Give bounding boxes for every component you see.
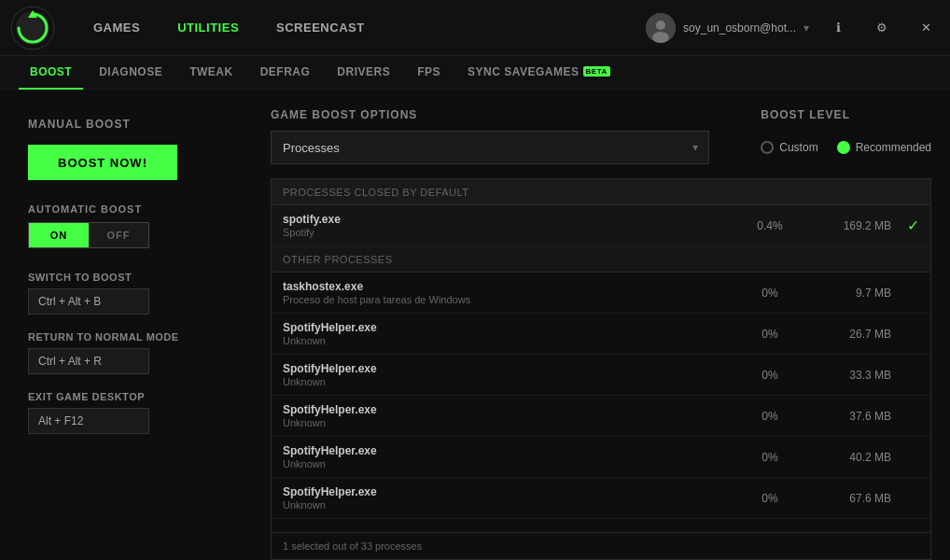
table-row[interactable]: SpotifyHelper.exe Unknown 0% 26.7 MB (272, 314, 930, 355)
process-name: SpotifyHelper.exe (283, 362, 733, 375)
process-name: SpotifyHelper.exe (283, 485, 733, 498)
table-row[interactable]: SpotifyHelper.exe Unknown 0% 67.6 MB (272, 478, 930, 519)
tab-sync-savegames[interactable]: SYNC SAVEGAMES BETA (456, 56, 622, 90)
tab-boost[interactable]: BOOST (19, 56, 83, 90)
return-to-normal-shortcut[interactable]: Ctrl + Alt + R (28, 348, 149, 374)
process-info: SpotifyHelper.exe Unknown (283, 485, 733, 511)
table-row[interactable]: SpotifyHelper.exe Unknown 0% 37.6 MB (272, 396, 930, 437)
tab-defrag[interactable]: DEFRAG (249, 56, 322, 90)
toggle-off[interactable]: OFF (89, 223, 148, 247)
toggle-on[interactable]: ON (29, 223, 89, 247)
avatar (646, 13, 676, 43)
boost-level-section: Boost Level Custom Recommended (761, 108, 931, 164)
switch-to-boost-shortcut[interactable]: Ctrl + Alt + B (28, 288, 149, 315)
settings-button[interactable]: ⚙ (867, 13, 897, 43)
process-info: spotify.exe Spotify (283, 213, 733, 238)
process-mem: 33.3 MB (807, 369, 891, 382)
table-row[interactable]: taskhostex.exe Proceso de host para tare… (272, 273, 930, 314)
game-boost-options-section: Game Boost Options Processes Services Ne… (271, 108, 709, 164)
top-bar: GAMES UTILITIES SCREENCAST soy_un_osborn… (0, 0, 950, 56)
return-to-normal-section: Return to Normal Mode Ctrl + Alt + R (28, 331, 224, 374)
svg-point-5 (652, 32, 669, 43)
close-button[interactable]: ✕ (911, 13, 941, 43)
manual-boost-title: Manual Boost (28, 118, 224, 131)
top-bar-right: soy_un_osborn@hot... ▾ ℹ ⚙ ✕ (646, 13, 941, 43)
boost-level-custom[interactable]: Custom (761, 141, 817, 154)
exit-game-desktop-label: Exit Game Desktop (28, 391, 224, 402)
process-info: SpotifyHelper.exe Unknown (283, 403, 733, 428)
boost-level-options: Custom Recommended (761, 131, 931, 164)
process-cpu: 0% (733, 287, 807, 300)
table-row[interactable]: SpotifyHelper.exe Unknown 0% 40.2 MB (272, 437, 930, 478)
exit-game-desktop-section: Exit Game Desktop Alt + F12 (28, 391, 224, 434)
process-list[interactable]: Processes closed by default spotify.exe … (272, 179, 930, 532)
process-name: SpotifyHelper.exe (283, 403, 733, 416)
automatic-boost-label: Automatic boost (28, 203, 224, 215)
info-button[interactable]: ℹ (823, 13, 853, 43)
process-cpu: 0.4% (733, 219, 807, 232)
table-footer: 1 selected out of 33 processes (272, 532, 930, 559)
processes-dropdown[interactable]: Processes Services Network Visual Effect… (271, 131, 709, 164)
process-desc: Unknown (283, 376, 733, 387)
panel-header: Game Boost Options Processes Services Ne… (271, 108, 931, 164)
main-content: Manual Boost BOOST NOW! Automatic boost … (0, 90, 950, 560)
process-desc: Proceso de host para tareas de Windows (283, 294, 733, 305)
process-mem: 37.6 MB (807, 410, 891, 423)
process-name: SpotifyHelper.exe (283, 444, 733, 457)
process-cpu: 0% (733, 410, 807, 423)
process-cpu: 0% (733, 328, 807, 341)
nav-screencast[interactable]: SCREENCAST (258, 0, 384, 56)
tab-fps[interactable]: FPS (406, 56, 452, 90)
recommended-radio-label: Recommended (856, 141, 931, 154)
process-mem: 40.2 MB (807, 451, 891, 464)
exit-game-desktop-shortcut[interactable]: Alt + F12 (28, 408, 149, 434)
process-name: spotify.exe (283, 213, 733, 226)
automatic-boost-toggle[interactable]: ON OFF (28, 222, 149, 248)
process-desc: Unknown (283, 335, 733, 346)
process-mem: 26.7 MB (807, 328, 891, 341)
process-info: SpotifyHelper.exe Unknown (283, 321, 733, 346)
user-dropdown-icon: ▾ (803, 21, 809, 35)
process-cpu: 0% (733, 369, 807, 382)
process-table: Processes closed by default spotify.exe … (271, 178, 931, 560)
tab-drivers[interactable]: DRIVERS (326, 56, 401, 90)
other-processes-label: Other processes (283, 254, 393, 265)
recommended-radio-dot (837, 141, 850, 154)
nav-utilities[interactable]: UTILITIES (159, 0, 258, 56)
process-desc: Spotify (283, 227, 733, 238)
tab-tweak[interactable]: TWEAK (178, 56, 244, 90)
processes-dropdown-wrapper: Processes Services Network Visual Effect… (271, 131, 709, 164)
left-panel: Manual Boost BOOST NOW! Automatic boost … (0, 90, 252, 560)
process-desc: Unknown (283, 417, 733, 428)
custom-radio-dot (761, 141, 774, 154)
table-row[interactable]: spotify.exe Spotify 0.4% 169.2 MB ✓ (272, 205, 930, 246)
closed-by-default-header: Processes closed by default (272, 179, 930, 205)
closed-by-default-label: Processes closed by default (283, 187, 469, 198)
return-to-normal-label: Return to Normal Mode (28, 331, 224, 343)
process-info: SpotifyHelper.exe Unknown (283, 444, 733, 469)
process-desc: Unknown (283, 499, 733, 511)
process-cpu: 0% (733, 492, 807, 505)
other-processes-header: Other processes (272, 246, 930, 273)
table-row[interactable]: SpotifyHelper.exe Unknown 0% 33.3 MB (272, 355, 930, 396)
process-check-icon: ✓ (891, 217, 919, 234)
user-email: soy_un_osborn@hot... (683, 21, 796, 35)
nav-games[interactable]: GAMES (75, 0, 159, 56)
process-desc: Unknown (283, 458, 733, 469)
process-name: SpotifyHelper.exe (283, 321, 733, 334)
process-mem: 9.7 MB (807, 287, 891, 300)
sub-nav: BOOST DIAGNOSE TWEAK DEFRAG DRIVERS FPS … (0, 56, 950, 90)
boost-now-button[interactable]: BOOST NOW! (28, 145, 177, 180)
tab-diagnose[interactable]: DIAGNOSE (88, 56, 174, 90)
process-mem: 67.6 MB (807, 492, 891, 505)
custom-radio-label: Custom (779, 141, 817, 154)
process-mem: 169.2 MB (807, 219, 891, 232)
boost-level-recommended[interactable]: Recommended (837, 141, 931, 154)
boost-level-title: Boost Level (761, 108, 931, 121)
user-info[interactable]: soy_un_osborn@hot... ▾ (646, 13, 809, 43)
svg-point-4 (656, 21, 665, 30)
game-boost-options-title: Game Boost Options (271, 108, 709, 121)
process-cpu: 0% (733, 451, 807, 464)
selection-count: 1 selected out of 33 processes (283, 540, 422, 552)
process-info: SpotifyHelper.exe Unknown (283, 362, 733, 387)
